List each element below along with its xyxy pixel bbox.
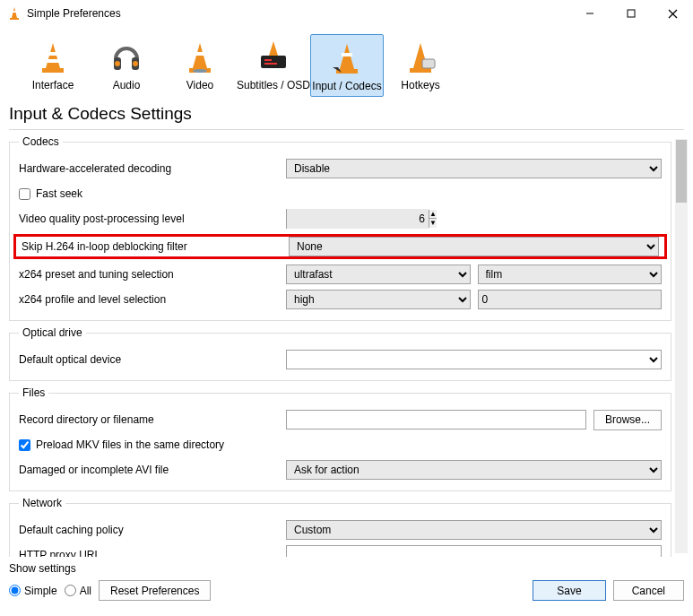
browse-button[interactable]: Browse... [593,410,662,430]
vqpp-down-icon[interactable]: ▼ [429,219,437,228]
window-title: Simple Preferences [27,7,121,20]
reset-button[interactable]: Reset Preferences [99,580,211,601]
damaged-label: Damaged or incomplete AVI file [19,464,279,476]
hotkeys-icon [403,39,438,75]
svg-rect-9 [47,59,59,63]
codecs-legend: Codecs [19,135,63,148]
audio-icon [108,39,144,75]
skip264-label: Skip H.264 in-loop deblocking filter [22,240,282,253]
optical-legend: Optical drive [19,326,86,339]
codecs-group: Codecs Hardware-accelerated decoding Dis… [9,135,671,321]
fastseek-label: Fast seek [36,187,82,200]
vqpp-input[interactable] [287,209,429,229]
minimize-button[interactable] [569,0,611,27]
scrollbar[interactable] [675,139,688,553]
cache-select[interactable]: Custom [286,520,662,540]
cache-label: Default caching policy [19,524,279,536]
svg-rect-27 [410,68,431,73]
damaged-select[interactable]: Ask for action [286,460,662,480]
divider [9,129,684,130]
tab-video[interactable]: Video [163,34,237,97]
network-legend: Network [19,497,65,509]
x264profile-label: x264 profile and level selection [19,293,279,306]
tab-interface[interactable]: Interface [16,34,90,97]
fastseek-input[interactable] [19,188,30,200]
tab-hotkeys-label: Hotkeys [401,79,439,91]
fastseek-checkbox[interactable]: Fast seek [19,187,82,200]
subtitles-icon [256,39,291,75]
video-icon [182,39,218,75]
settings-scroll-area: Codecs Hardware-accelerated decoding Dis… [0,135,693,557]
hwdec-select[interactable]: Disable [286,159,662,178]
files-group: Files Record directory or filename Brows… [9,386,671,491]
svg-rect-4 [628,10,635,17]
page-heading: Input & Codecs Settings [0,100,693,129]
preload-input[interactable] [19,439,30,451]
svg-rect-2 [10,18,19,20]
tab-hotkeys[interactable]: Hotkeys [384,34,457,97]
tab-interface-label: Interface [32,79,74,91]
svg-point-13 [115,61,120,66]
interface-icon [35,39,71,75]
vlc-cone-icon [7,6,22,21]
preload-label: Preload MKV files in the same directory [36,438,224,451]
tab-video-label: Video [186,79,213,91]
show-simple-radio[interactable]: Simple [9,585,57,597]
svg-rect-28 [422,59,435,68]
files-legend: Files [19,386,48,399]
svg-rect-1 [13,11,17,13]
optical-default-label: Default optical device [19,353,279,366]
input-codecs-icon [329,40,365,76]
x264preset-select[interactable]: ultrafast [286,265,471,284]
x264preset-label: x264 preset and tuning selection [19,268,279,281]
tab-input-codecs[interactable]: Input / Codecs [310,34,384,97]
svg-rect-16 [195,52,205,56]
skip264-select[interactable]: None [289,237,659,256]
svg-rect-24 [342,53,352,56]
cancel-button[interactable]: Cancel [613,580,684,601]
maximize-button[interactable] [611,0,652,27]
vqpp-label: Video quality post-processing level [19,213,279,225]
svg-rect-20 [264,59,272,61]
svg-rect-8 [48,52,58,56]
x264tune-select[interactable]: film [478,265,663,284]
optical-default-select[interactable] [286,350,662,369]
bottom-bar: Show settings Simple All Reset Preferenc… [0,557,693,616]
tab-audio-label: Audio [113,79,141,91]
show-all-radio[interactable]: All [65,585,91,597]
vqpp-spinbox[interactable]: ▲▼ [286,209,367,229]
category-tabs: Interface Audio Video Subtitles / OSD In… [0,27,693,100]
x264profile-select[interactable]: high [286,290,471,309]
vqpp-up-icon[interactable]: ▲ [429,210,437,219]
skip264-row-highlight: Skip H.264 in-loop deblocking filter Non… [13,234,667,259]
recdir-label: Record directory or filename [19,413,279,426]
recdir-input[interactable] [286,410,586,429]
titlebar: Simple Preferences [0,0,693,27]
svg-point-18 [193,69,207,73]
hwdec-label: Hardware-accelerated decoding [19,162,279,175]
svg-rect-10 [42,68,64,73]
show-settings-label: Show settings [9,562,76,575]
save-button[interactable]: Save [533,580,605,601]
svg-rect-21 [264,63,277,65]
svg-point-14 [133,61,138,66]
svg-marker-22 [269,41,278,56]
close-button[interactable] [652,0,693,27]
tab-subtitles-label: Subtitles / OSD [237,79,310,91]
tab-audio[interactable]: Audio [90,34,163,97]
optical-group: Optical drive Default optical device [9,326,671,381]
tab-subtitles[interactable]: Subtitles / OSD [237,34,310,97]
x264level-input[interactable] [478,290,663,309]
preload-checkbox[interactable]: Preload MKV files in the same directory [19,438,224,451]
tab-input-codecs-label: Input / Codecs [312,80,381,92]
svg-rect-19 [261,56,286,68]
